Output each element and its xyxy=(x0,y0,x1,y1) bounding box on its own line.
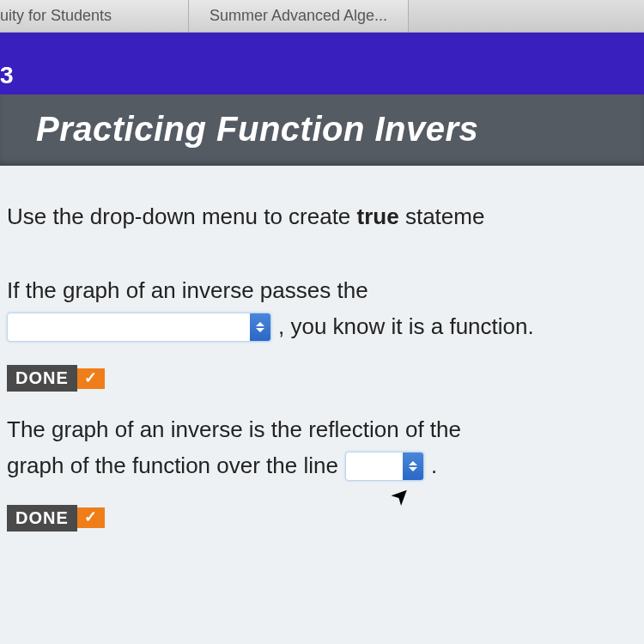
header-indicator: 3 xyxy=(0,62,14,89)
check-icon xyxy=(84,372,98,386)
q2-line2: graph of the function over the line . xyxy=(7,450,644,483)
q1-dropdown-field[interactable] xyxy=(8,313,250,341)
q2-suffix: . xyxy=(431,450,437,483)
done-label: DONE xyxy=(7,365,77,392)
q2-dropdown[interactable] xyxy=(345,452,424,481)
q1-dropdown-button[interactable] xyxy=(250,313,270,341)
chevron-up-icon xyxy=(409,461,417,465)
tab-summer-algebra[interactable]: Summer Advanced Alge... xyxy=(189,0,409,32)
q2-prefix: graph of the function over the line xyxy=(7,450,338,483)
browser-tabs: uity for Students Summer Advanced Alge..… xyxy=(0,0,644,33)
q2-dropdown-button[interactable] xyxy=(403,453,423,480)
app-header-bar: 3 xyxy=(0,33,644,94)
chevron-down-icon xyxy=(409,467,417,471)
lesson-content: Use the drop-down menu to create true st… xyxy=(0,166,644,644)
done-button-2[interactable]: DONE xyxy=(7,505,105,532)
lesson-title: Practicing Function Invers xyxy=(0,94,644,166)
instruction-bold: true xyxy=(357,204,399,229)
instruction-suffix: stateme xyxy=(399,204,485,229)
question-2: The graph of an inverse is the reflectio… xyxy=(7,414,644,482)
q2-line1: The graph of an inverse is the reflectio… xyxy=(7,414,644,447)
q1-line1: If the graph of an inverse passes the xyxy=(7,275,644,307)
chevron-up-icon xyxy=(256,322,264,326)
instruction-prefix: Use the drop-down menu to create xyxy=(7,204,357,229)
check-icon xyxy=(84,511,98,525)
done-button-1[interactable]: DONE xyxy=(7,365,105,392)
q1-suffix: , you know it is a function. xyxy=(278,311,534,343)
chevron-down-icon xyxy=(256,328,264,332)
instruction-text: Use the drop-down menu to create true st… xyxy=(7,204,644,230)
done-check-2 xyxy=(77,507,105,528)
question-1: If the graph of an inverse passes the , … xyxy=(7,275,644,343)
done-check xyxy=(77,368,105,389)
tab-equity[interactable]: uity for Students xyxy=(0,0,189,32)
done-label-2: DONE xyxy=(7,505,77,532)
q1-line2: , you know it is a function. xyxy=(7,311,644,343)
q1-dropdown[interactable] xyxy=(7,313,271,342)
q2-dropdown-field[interactable] xyxy=(346,453,403,480)
